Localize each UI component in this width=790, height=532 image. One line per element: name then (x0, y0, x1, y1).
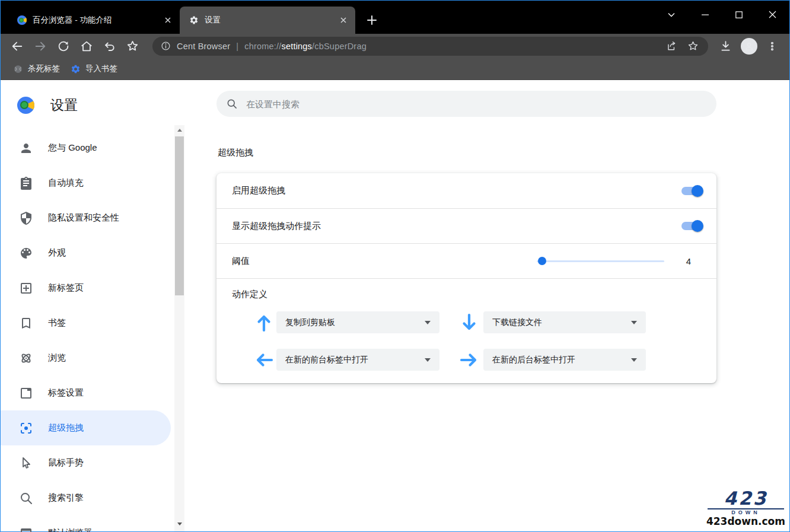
toolbar-right-group (714, 36, 783, 57)
tab-cent-intro[interactable]: 百分浏览器 - 功能介绍 (8, 7, 180, 34)
sidebar-scrollbar-thumb[interactable] (175, 136, 184, 295)
slider-knob[interactable] (538, 257, 546, 265)
tab-strip: 百分浏览器 - 功能介绍 设置 (1, 1, 789, 34)
downloads-button[interactable] (714, 36, 737, 57)
globe-favicon-icon (13, 64, 23, 74)
clipboard-icon (19, 176, 33, 190)
sidebar-item-mouse-gestures[interactable]: 鼠标手势 (1, 445, 171, 480)
threshold-slider[interactable] (537, 256, 664, 266)
maximize-button[interactable] (722, 1, 756, 28)
bookmark-star-button[interactable] (121, 36, 144, 57)
sidebar-item-appearance[interactable]: 外观 (1, 235, 171, 270)
bookmark-this-page-star-icon[interactable] (682, 38, 703, 55)
new-tab-button[interactable] (364, 12, 380, 28)
close-window-button[interactable] (756, 1, 789, 28)
page-info-icon[interactable] (161, 41, 171, 51)
home-button[interactable] (75, 36, 98, 57)
section-title: 超级拖拽 (218, 147, 789, 158)
magnifier-icon (19, 491, 33, 505)
bookmark-import[interactable]: 导入书签 (65, 61, 123, 77)
action-row: 在新的前台标签中打开 在新的后台标签中打开 (232, 349, 702, 371)
sidebar-item-search-engine[interactable]: 搜索引擎 (1, 480, 171, 515)
url-text: Cent Browser|chrome://settings/cbSuperDr… (177, 42, 367, 51)
undo-close-tab-button[interactable] (98, 36, 121, 57)
arrow-up-icon (253, 312, 275, 333)
actions-title: 动作定义 (232, 289, 702, 300)
person-icon (19, 141, 33, 155)
watermark-423down: 423 DOWN 423down.com (703, 488, 789, 528)
row-label: 阈值 (232, 256, 250, 267)
atom-icon (19, 351, 33, 365)
reload-button[interactable] (52, 36, 75, 57)
cursor-icon (19, 456, 33, 470)
watermark-logo: 423 (706, 489, 785, 508)
sidebar-item-you-and-google[interactable]: 您与 Google (1, 130, 171, 165)
tab-title: 设置 (205, 15, 337, 26)
drag-right-action-select[interactable]: 在新的后台标签中打开 (483, 349, 646, 371)
settings-search[interactable] (216, 91, 716, 117)
enable-super-drag-toggle[interactable] (681, 187, 702, 195)
search-input[interactable] (246, 99, 707, 109)
back-button[interactable] (5, 36, 28, 57)
sidebar-item-browsing[interactable]: 浏览 (1, 340, 171, 375)
palette-icon (19, 246, 33, 260)
bookmark-kill-tab[interactable]: 杀死标签 (8, 61, 65, 77)
forward-button[interactable] (28, 36, 52, 57)
action-definitions: 动作定义 复制到剪贴板 下载链接文件 (216, 278, 716, 383)
drag-up-action-select[interactable]: 复制到剪贴板 (276, 311, 439, 333)
drag-left-action-select[interactable]: 在新的前台标签中打开 (276, 349, 439, 371)
settings-page: 设置 您与 Google 自动填充 隐私设置和安全性 外观 (1, 80, 789, 531)
scrollbar-up-arrow[interactable] (174, 125, 184, 135)
sidebar-item-new-tab-page[interactable]: 新标签页 (1, 270, 171, 305)
tab-close-icon[interactable] (337, 14, 349, 26)
show-drag-hint-toggle[interactable] (681, 222, 702, 230)
browser-window-icon (19, 526, 33, 532)
blue-gear-favicon-icon (71, 64, 81, 74)
bookmark-icon (19, 316, 33, 330)
bookmark-label: 杀死标签 (28, 63, 60, 74)
drag-down-action-select[interactable]: 下载链接文件 (483, 311, 646, 333)
sidebar-item-bookmarks[interactable]: 书签 (1, 305, 171, 340)
super-drag-card: 启用超级拖拽 显示超级拖拽动作提示 阈值 4 动作定义 (216, 173, 716, 383)
cent-browser-favicon-icon (17, 15, 27, 25)
shield-icon (19, 211, 33, 225)
sidebar-item-tab-settings[interactable]: 标签设置 (1, 375, 171, 410)
tab-title: 百分浏览器 - 功能介绍 (33, 15, 162, 26)
navigation-toolbar: Cent Browser|chrome://settings/cbSuperDr… (1, 34, 789, 58)
sidebar-item-privacy-security[interactable]: 隐私设置和安全性 (1, 200, 171, 235)
sidebar-item-default-browser[interactable]: 默认浏览器 (1, 515, 171, 532)
bookmarks-bar: 杀死标签 导入书签 (1, 58, 789, 80)
chevron-down-icon (425, 321, 431, 324)
tab-settings[interactable]: 设置 (180, 7, 355, 34)
menu-dots-icon[interactable] (760, 36, 783, 57)
chevron-down-icon (631, 358, 637, 362)
row-label: 启用超级拖拽 (232, 185, 285, 196)
sidebar-menu: 您与 Google 自动填充 隐私设置和安全性 外观 新标签页 (1, 130, 185, 532)
row-label: 显示超级拖拽动作提示 (232, 221, 321, 232)
gear-favicon-icon (189, 15, 199, 25)
arrow-down-icon (458, 312, 480, 333)
row-show-hint: 显示超级拖拽动作提示 (216, 208, 716, 243)
watermark-sub: DOWN (708, 508, 784, 515)
sidebar-scrollbar[interactable] (174, 125, 184, 531)
minimize-button[interactable] (688, 1, 722, 28)
sidebar-header: 设置 (1, 80, 185, 130)
arrow-right-icon (458, 349, 480, 371)
window-controls (654, 1, 789, 34)
share-icon[interactable] (661, 38, 682, 55)
new-tab-plus-icon (19, 281, 33, 295)
row-enable-super-drag: 启用超级拖拽 (216, 173, 716, 208)
profile-avatar[interactable] (737, 36, 760, 57)
chevron-down-icon (631, 321, 637, 324)
threshold-value: 4 (676, 256, 702, 266)
address-bar[interactable]: Cent Browser|chrome://settings/cbSuperDr… (152, 37, 708, 56)
search-icon (226, 98, 238, 110)
cent-browser-logo-icon (17, 97, 34, 114)
tab-close-icon[interactable] (162, 14, 174, 26)
tab-search-chevron-icon[interactable] (654, 1, 688, 28)
scrollbar-down-arrow[interactable] (174, 519, 184, 529)
sidebar-item-super-drag[interactable]: 超级拖拽 (1, 410, 171, 445)
sidebar-item-autofill[interactable]: 自动填充 (1, 165, 171, 200)
chevron-down-icon (425, 358, 431, 362)
action-row: 复制到剪贴板 下载链接文件 (232, 311, 702, 333)
